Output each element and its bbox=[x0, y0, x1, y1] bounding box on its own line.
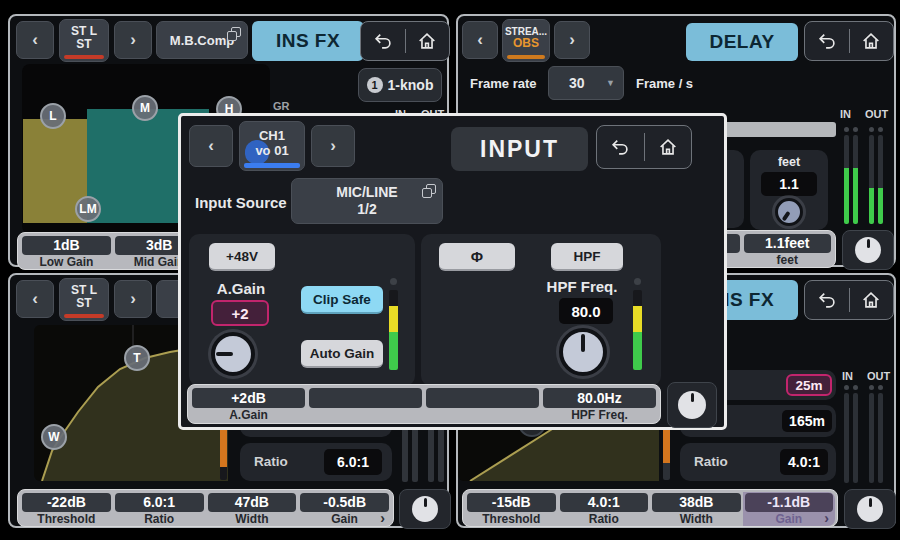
param-cell[interactable] bbox=[424, 387, 541, 423]
ratio-value[interactable]: 6.0:1 bbox=[324, 449, 382, 475]
undo-icon bbox=[372, 30, 394, 52]
param-cell-ratio[interactable]: 6.0:1Ratio bbox=[113, 492, 206, 526]
width-handle[interactable]: W bbox=[41, 424, 67, 450]
out-meter-l bbox=[869, 393, 874, 483]
undo-icon bbox=[816, 30, 838, 52]
channel-color-underline bbox=[507, 55, 545, 59]
param-cell[interactable] bbox=[307, 387, 424, 423]
next-channel-button[interactable]: › bbox=[114, 280, 152, 318]
home-button[interactable] bbox=[850, 281, 894, 319]
touch-knob-button[interactable] bbox=[399, 489, 451, 529]
home-icon bbox=[860, 289, 882, 311]
undo-button[interactable] bbox=[805, 281, 849, 319]
again-value[interactable]: +2 bbox=[211, 300, 269, 326]
one-knob-icon: 1 bbox=[367, 77, 383, 93]
param-cell-gain[interactable]: -0.5dBGain› bbox=[298, 492, 391, 526]
prev-channel-button[interactable]: ‹ bbox=[462, 21, 498, 59]
time-value-165m[interactable]: 165m bbox=[782, 410, 832, 432]
in-meter-r bbox=[853, 393, 858, 483]
param-cell-gain-selected[interactable]: -1.1dBGain› bbox=[743, 492, 836, 526]
mid-band-handle[interactable]: M bbox=[132, 95, 158, 121]
param-cell-hpf-freq[interactable]: 80.0HzHPF Freq. bbox=[541, 387, 658, 423]
touch-knob-button[interactable] bbox=[667, 382, 717, 428]
prev-channel-button[interactable]: ‹ bbox=[16, 21, 54, 59]
home-button[interactable] bbox=[850, 22, 894, 60]
plugin-select-button[interactable]: M.B.Comp bbox=[156, 21, 248, 59]
next-channel-button[interactable]: › bbox=[554, 21, 590, 59]
time-value-25m[interactable]: 25m bbox=[786, 374, 832, 396]
chevron-right-icon: › bbox=[130, 30, 136, 50]
peak-dot bbox=[844, 385, 849, 390]
channel-color-underline bbox=[64, 55, 104, 59]
input-level-meter bbox=[389, 278, 398, 370]
phase-button[interactable]: Φ bbox=[439, 243, 515, 271]
input-level-meter bbox=[633, 278, 642, 370]
feet-knob[interactable] bbox=[775, 198, 803, 226]
home-icon bbox=[860, 30, 882, 52]
home-button[interactable] bbox=[645, 126, 692, 168]
channel-select-button[interactable]: ST LST bbox=[59, 278, 109, 321]
channel-color-underline bbox=[244, 163, 300, 168]
peak-dot bbox=[878, 127, 883, 132]
nav-group bbox=[804, 21, 894, 61]
param-cell-threshold[interactable]: -15dBThreshold bbox=[465, 492, 558, 526]
hpf-freq-value[interactable]: 80.0 bbox=[559, 298, 613, 324]
param-cell-width[interactable]: 38dBWidth bbox=[650, 492, 743, 526]
peak-dot bbox=[869, 127, 874, 132]
low-mid-crossover-handle[interactable]: LM bbox=[75, 196, 101, 222]
page-title-insfx: INS FX bbox=[252, 21, 364, 61]
again-knob[interactable] bbox=[211, 332, 255, 376]
frame-rate-dropdown[interactable]: 30 ▼ bbox=[548, 66, 624, 100]
out-meter-label: OUT bbox=[867, 370, 890, 382]
feet-param-card: feet 1.1 bbox=[750, 150, 828, 230]
peak-dot bbox=[853, 127, 858, 132]
hpf-freq-knob[interactable] bbox=[559, 328, 607, 376]
threshold-handle[interactable]: T bbox=[124, 345, 150, 371]
in-meter-l bbox=[844, 393, 849, 483]
param-cell-ratio[interactable]: 4.0:1Ratio bbox=[558, 492, 651, 526]
clip-safe-button[interactable]: Clip Safe bbox=[301, 286, 383, 314]
param-bar: -15dBThreshold 4.0:1Ratio 38dBWidth -1.1… bbox=[462, 489, 838, 527]
channel-select-button[interactable]: STREA... OBS bbox=[502, 19, 550, 62]
param-cell-again[interactable]: +2dBA.Gain bbox=[190, 387, 307, 423]
input-source-button[interactable]: MIC/LINE 1/2 bbox=[291, 178, 443, 224]
dropdown-caret-icon: ▼ bbox=[606, 78, 615, 88]
home-icon bbox=[416, 30, 438, 52]
channel-select-button[interactable]: CH1 vo 01 bbox=[239, 121, 305, 171]
analog-gain-section: +48V A.Gain +2 Clip Safe Auto Gain bbox=[189, 234, 415, 386]
undo-button[interactable] bbox=[597, 126, 644, 168]
param-bar: +2dBA.Gain 80.0HzHPF Freq. bbox=[187, 384, 661, 424]
one-knob-button[interactable]: 1 1-knob bbox=[358, 68, 442, 102]
touch-knob-button[interactable] bbox=[842, 230, 894, 270]
ratio-value[interactable]: 4.0:1 bbox=[780, 449, 828, 475]
nav-group bbox=[804, 280, 894, 320]
undo-button[interactable] bbox=[361, 22, 405, 60]
prev-channel-button[interactable]: ‹ bbox=[16, 280, 54, 318]
in-meter-l bbox=[844, 135, 849, 224]
hpf-freq-label: HPF Freq. bbox=[539, 278, 625, 295]
param-cell-width[interactable]: 47dBWidth bbox=[206, 492, 299, 526]
knob-icon bbox=[855, 237, 881, 263]
next-channel-button[interactable]: › bbox=[311, 125, 355, 167]
input-source-label: Input Source bbox=[195, 194, 287, 211]
again-label: A.Gain bbox=[201, 280, 281, 297]
channel-select-button[interactable]: ST LST bbox=[59, 19, 109, 62]
hpf-button[interactable]: HPF bbox=[551, 243, 623, 271]
param-cell-feet[interactable]: 1.1feetfeet bbox=[742, 233, 834, 267]
touch-knob-button[interactable] bbox=[844, 489, 896, 529]
chevron-right-icon: › bbox=[130, 289, 136, 309]
feet-value[interactable]: 1.1 bbox=[761, 172, 817, 196]
dialog-title: INPUT bbox=[451, 127, 588, 171]
param-cell-low-gain[interactable]: 1dBLow Gain bbox=[20, 235, 113, 269]
undo-button[interactable] bbox=[805, 22, 849, 60]
peak-dot bbox=[869, 385, 874, 390]
param-cell-threshold[interactable]: -22dBThreshold bbox=[20, 492, 113, 526]
next-channel-button[interactable]: › bbox=[114, 21, 152, 59]
home-button[interactable] bbox=[406, 22, 450, 60]
out-meter-label: OUT bbox=[865, 108, 888, 120]
phantom-48v-button[interactable]: +48V bbox=[209, 243, 275, 271]
undo-icon bbox=[609, 136, 631, 158]
auto-gain-button[interactable]: Auto Gain bbox=[301, 340, 383, 368]
prev-channel-button[interactable]: ‹ bbox=[189, 125, 233, 167]
low-band-handle[interactable]: L bbox=[40, 103, 66, 129]
